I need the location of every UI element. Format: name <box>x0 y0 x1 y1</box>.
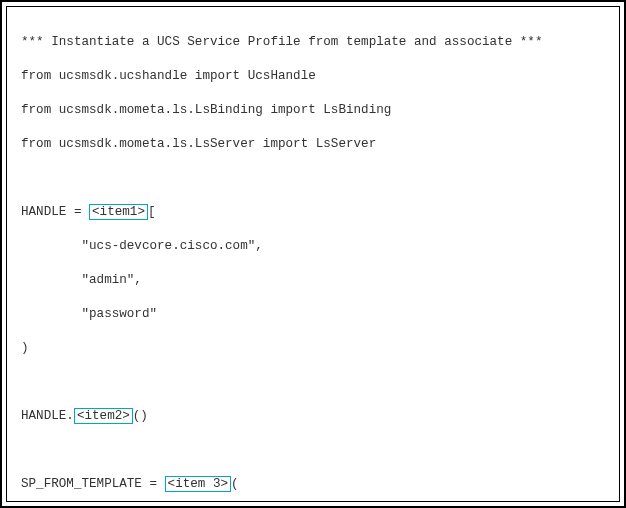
document-frame: *** Instantiate a UCS Service Profile fr… <box>0 0 626 508</box>
text: HANDLE. <box>21 409 74 423</box>
code-comment: *** Instantiate a UCS Service Profile fr… <box>21 34 605 51</box>
item2-box: <item2> <box>74 408 133 424</box>
code-line: "ucs-devcore.cisco.com", <box>21 238 605 255</box>
blank-line <box>21 442 605 459</box>
import-line: from ucsmsdk.ucshandle import UcsHandle <box>21 68 605 85</box>
item1-box: <item1> <box>89 204 148 220</box>
text: HANDLE = <box>21 205 89 219</box>
code-block: *** Instantiate a UCS Service Profile fr… <box>6 6 620 502</box>
code-line: HANDLE = <item1>[ <box>21 204 605 221</box>
text: ( <box>231 477 239 491</box>
import-line: from ucsmsdk.mometa.ls.LsServer import L… <box>21 136 605 153</box>
blank-line <box>21 374 605 391</box>
code-line: HANDLE.<item2>() <box>21 408 605 425</box>
text: [ <box>148 205 156 219</box>
blank-line <box>21 170 605 187</box>
text: () <box>133 409 148 423</box>
code-line: "admin", <box>21 272 605 289</box>
text: SP_FROM_TEMPLATE = <box>21 477 165 491</box>
item3-box: <item 3> <box>165 476 231 492</box>
code-line: SP_FROM_TEMPLATE = <item 3>( <box>21 476 605 493</box>
code-line: ) <box>21 340 605 357</box>
code-line: "password" <box>21 306 605 323</box>
import-line: from ucsmsdk.mometa.ls.LsBinding import … <box>21 102 605 119</box>
